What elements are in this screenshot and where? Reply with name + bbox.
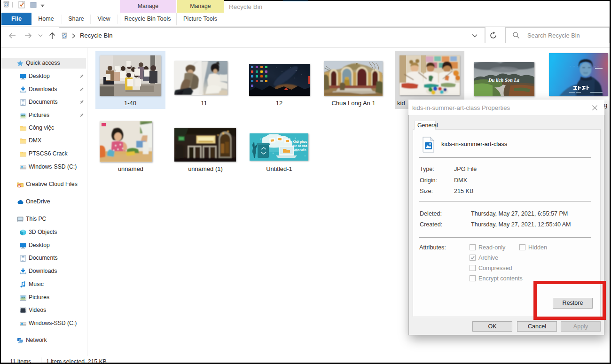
svg-text:Du lich Son La: Du lich Son La: [488, 77, 519, 83]
svg-text:vĩnh viễn: vĩnh viễn: [293, 148, 306, 152]
svg-text:Khôi phục: Khôi phục: [293, 140, 307, 144]
svg-text:file đã xóa: file đã xóa: [293, 144, 307, 147]
